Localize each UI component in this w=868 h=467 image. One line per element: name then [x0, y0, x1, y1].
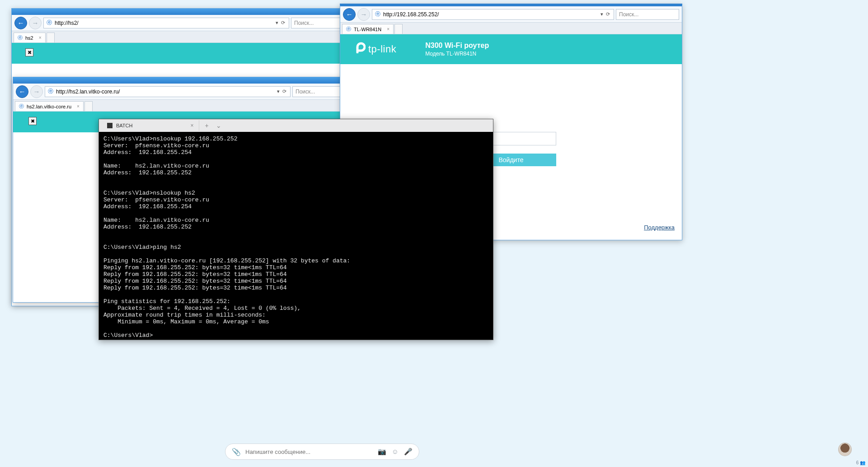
- ie-icon: ⓔ: [374, 11, 381, 18]
- tab-label: hs2: [25, 35, 33, 41]
- refresh-icon[interactable]: ⟳: [281, 20, 285, 26]
- terminal-tab-menu[interactable]: ⌄: [214, 122, 223, 129]
- mic-icon[interactable]: 🎤: [404, 448, 413, 456]
- broken-image-icon: ✖: [28, 117, 37, 125]
- search-placeholder: Поиск...: [294, 20, 314, 26]
- url-input[interactable]: [55, 19, 274, 28]
- page-header-bar: ✖: [12, 43, 352, 64]
- close-tab-icon[interactable]: ×: [39, 35, 42, 40]
- support-link[interactable]: Поддержка: [644, 224, 675, 231]
- new-tab-button[interactable]: [394, 24, 403, 34]
- forward-button[interactable]: →: [357, 8, 370, 21]
- avatar[interactable]: [838, 443, 852, 456]
- forward-button[interactable]: →: [29, 17, 42, 29]
- back-button[interactable]: ←: [14, 17, 27, 29]
- search-placeholder: Поиск...: [619, 11, 638, 18]
- title-bar[interactable]: [13, 77, 354, 84]
- tplink-logo-text: tp-link: [368, 43, 396, 55]
- ie-icon: ⓔ: [46, 19, 53, 27]
- terminal-tabs: BATCH × + ⌄: [99, 119, 493, 132]
- address-bar[interactable]: ⓔ ▾⟳: [45, 86, 291, 97]
- back-button[interactable]: ←: [16, 85, 28, 98]
- refresh-icon[interactable]: ⟳: [282, 89, 286, 94]
- message-input-bar[interactable]: 📎 📷 ☺ 🎤: [225, 444, 419, 460]
- tab-hs2-lan[interactable]: ⓔ hs2.lan.vitko-core.ru ×: [15, 101, 84, 111]
- url-input[interactable]: [56, 87, 275, 96]
- tab-tplink[interactable]: ⓔ TL-WR841N ×: [342, 24, 394, 34]
- dropdown-icon[interactable]: ▾: [277, 89, 280, 94]
- terminal-tab-label: BATCH: [116, 123, 132, 128]
- tab-label: TL-WR841N: [354, 27, 381, 32]
- emoji-icon[interactable]: ☺: [392, 448, 399, 456]
- forward-button[interactable]: →: [30, 85, 43, 98]
- ie-icon: ⓔ: [47, 88, 54, 95]
- attachment-icon[interactable]: 📎: [232, 448, 241, 456]
- notification-count[interactable]: 6 👥: [856, 460, 865, 465]
- ie-icon: ⓔ: [346, 26, 351, 33]
- address-bar[interactable]: ⓔ ▾⟳: [43, 18, 289, 28]
- router-title: N300 Wi-Fi роутер: [425, 42, 489, 50]
- new-tab-button[interactable]: [84, 101, 93, 111]
- refresh-icon[interactable]: ⟳: [606, 11, 610, 17]
- new-tab-button[interactable]: [47, 33, 55, 42]
- address-bar[interactable]: ⓔ ▾⟳: [372, 9, 614, 20]
- camera-icon[interactable]: 📷: [378, 448, 386, 456]
- broken-image-icon: ✖: [25, 48, 33, 56]
- search-box[interactable]: Поиск...: [616, 9, 679, 20]
- tab-label: hs2.lan.vitko-core.ru: [27, 104, 71, 109]
- title-bar[interactable]: [12, 9, 352, 15]
- terminal-window: BATCH × + ⌄ C:\Users\Vlad>nslookup 192.1…: [99, 119, 493, 340]
- url-input[interactable]: [383, 10, 599, 19]
- ie-icon: ⓔ: [18, 34, 23, 41]
- tplink-logo-icon: [353, 41, 366, 56]
- new-terminal-tab[interactable]: +: [203, 122, 210, 129]
- tplink-logo: tp-link: [353, 42, 396, 57]
- router-model: Модель TL-WR841N: [425, 51, 489, 57]
- back-button[interactable]: ←: [343, 8, 356, 21]
- dropdown-icon[interactable]: ▾: [276, 20, 278, 26]
- tab-hs2[interactable]: ⓔ hs2 ×: [14, 33, 46, 42]
- message-input[interactable]: [245, 448, 373, 455]
- terminal-output[interactable]: C:\Users\Vlad>nslookup 192.168.255.252 S…: [99, 132, 493, 342]
- address-controls: ▾⟳: [276, 20, 287, 26]
- terminal-icon: [107, 123, 113, 128]
- close-tab-icon[interactable]: ×: [190, 122, 193, 129]
- address-controls: ▾⟳: [277, 89, 288, 94]
- router-header: tp-link N300 Wi-Fi роутер Модель TL-WR84…: [340, 34, 682, 64]
- address-controls: ▾⟳: [601, 11, 612, 17]
- search-placeholder: Поиск...: [296, 89, 315, 95]
- ie-icon: ⓔ: [19, 103, 24, 110]
- close-tab-icon[interactable]: ×: [77, 104, 80, 109]
- close-tab-icon[interactable]: ×: [387, 27, 389, 32]
- terminal-tab-batch[interactable]: BATCH ×: [102, 120, 199, 131]
- dropdown-icon[interactable]: ▾: [601, 11, 603, 17]
